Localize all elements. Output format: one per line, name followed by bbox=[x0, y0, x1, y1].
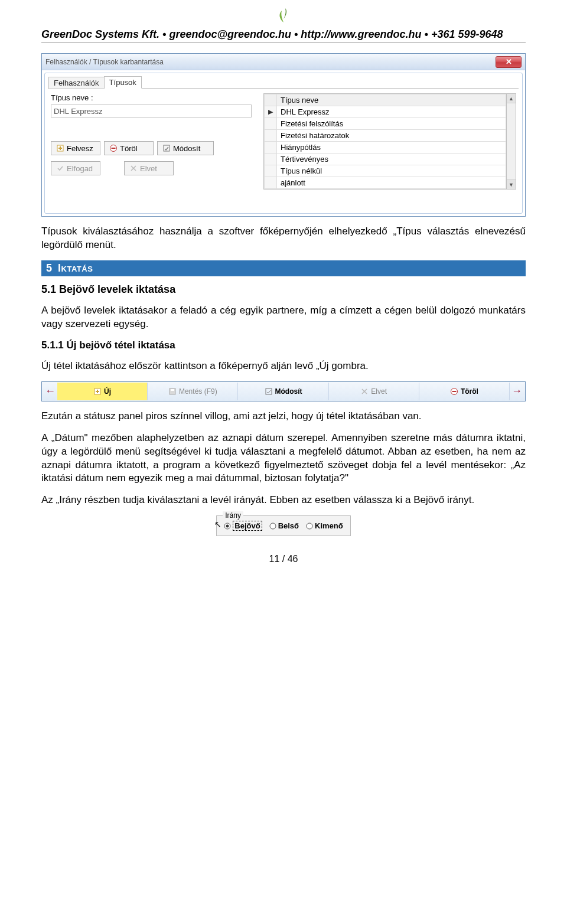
grid-row[interactable]: Tértivevényes bbox=[277, 154, 506, 165]
svg-rect-2 bbox=[58, 148, 62, 149]
delete-button[interactable]: Töröl bbox=[104, 141, 154, 155]
new-button[interactable]: Új bbox=[57, 383, 148, 400]
close-button[interactable]: ✕ bbox=[496, 56, 522, 68]
paragraph: Típusok kiválasztásához használja a szof… bbox=[41, 225, 526, 252]
type-name-input[interactable] bbox=[51, 105, 252, 117]
svg-rect-12 bbox=[171, 389, 174, 391]
heading-5-1: 5.1 Bejövő levelek iktatása bbox=[41, 283, 526, 296]
save-button[interactable]: Mentés (F9) bbox=[148, 383, 238, 400]
heading-5-1-1: 5.1.1 Új bejövő tétel iktatása bbox=[41, 339, 526, 351]
svg-rect-10 bbox=[96, 391, 99, 392]
prev-arrow-icon[interactable]: ← bbox=[43, 385, 57, 397]
header-underline bbox=[41, 42, 526, 43]
grid-row[interactable]: Fizetési felszólítás bbox=[277, 118, 506, 130]
type-name-label: Típus neve : bbox=[51, 93, 252, 102]
grid-row[interactable]: Fizetési határozatok bbox=[277, 130, 506, 142]
svg-rect-5 bbox=[164, 145, 170, 151]
dialog-title: Felhasználók / Típusok karbantartása bbox=[45, 58, 496, 66]
tabs-row: Felhasználók Típusok bbox=[45, 73, 522, 88]
row-marker-icon: ▶ bbox=[265, 106, 277, 118]
reject-button[interactable]: Elvet bbox=[124, 161, 174, 175]
delete-button[interactable]: Töröl bbox=[419, 383, 510, 400]
direction-option-internal[interactable]: Belső bbox=[269, 521, 299, 530]
grid-scrollbar[interactable]: ▲ ▼ bbox=[507, 93, 516, 190]
paragraph: A „Dátum" mezőben alaphelyzetben az azna… bbox=[41, 432, 526, 486]
svg-point-20 bbox=[270, 523, 276, 529]
url: http://www.greendoc.hu bbox=[301, 28, 421, 40]
scroll-up-icon[interactable]: ▲ bbox=[507, 94, 516, 103]
grid-header[interactable]: Típus neve bbox=[277, 94, 506, 106]
types-grid[interactable]: Típus neve ▶DHL Expressz Fizetési felszó… bbox=[263, 93, 516, 190]
grid-row[interactable]: Hiánypótlás bbox=[277, 142, 506, 154]
direction-option-outgoing[interactable]: Kimenő bbox=[306, 521, 343, 530]
modify-button[interactable]: Módosít bbox=[157, 141, 214, 155]
accept-button[interactable]: Elfogad bbox=[51, 161, 100, 175]
scroll-down-icon[interactable]: ▼ bbox=[507, 179, 516, 189]
company-name: GreenDoc Systems Kft. bbox=[41, 28, 159, 40]
paragraph: Ezután a státusz panel piros színnel vil… bbox=[41, 410, 526, 423]
tab-types[interactable]: Típusok bbox=[104, 76, 142, 89]
contact-line: GreenDoc Systems Kft. • greendoc@greendo… bbox=[41, 27, 526, 42]
reject-button[interactable]: Elvet bbox=[329, 383, 419, 400]
email: greendoc@greendoc.hu bbox=[169, 28, 291, 40]
svg-point-21 bbox=[307, 523, 312, 529]
types-dialog: Felhasználók / Típusok karbantartása ✕ F… bbox=[41, 53, 526, 217]
paragraph: Az „Irány részben tudja kiválasztani a l… bbox=[41, 494, 526, 507]
section-5-heading: 5 Iktatás bbox=[41, 260, 526, 276]
direction-option-incoming[interactable]: Bejövő bbox=[224, 521, 262, 531]
page-header bbox=[0, 0, 567, 27]
next-arrow-icon[interactable]: → bbox=[510, 385, 524, 397]
direction-legend: Irány bbox=[223, 511, 243, 520]
add-button[interactable]: Felvesz bbox=[51, 141, 100, 155]
paragraph: Új tétel iktatásához először kattintson … bbox=[41, 360, 526, 373]
cursor-icon: ↖ bbox=[214, 520, 221, 529]
tab-users[interactable]: Felhasználók bbox=[48, 77, 105, 89]
phone: +361 599-9648 bbox=[431, 28, 503, 40]
dialog-titlebar: Felhasználók / Típusok karbantartása ✕ bbox=[42, 54, 525, 70]
record-toolbar: ← Új Mentés (F9) Módosít Elvet Töröl → bbox=[41, 381, 526, 401]
grid-row[interactable]: Típus nélkül bbox=[277, 165, 506, 177]
svg-point-19 bbox=[226, 524, 229, 527]
direction-group: ↖ Irány Bejövő Belső Kimenő bbox=[216, 515, 350, 536]
page-number: 11 / 46 bbox=[0, 554, 567, 564]
logo bbox=[273, 6, 294, 25]
grid-row[interactable]: DHL Expressz bbox=[277, 106, 506, 118]
svg-rect-13 bbox=[266, 388, 272, 394]
grid-row[interactable]: ajánlott bbox=[277, 177, 506, 189]
close-icon: ✕ bbox=[506, 58, 512, 66]
paragraph: A bejövő levelek iktatásakor a feladó a … bbox=[41, 304, 526, 331]
modify-button[interactable]: Módosít bbox=[238, 383, 328, 400]
